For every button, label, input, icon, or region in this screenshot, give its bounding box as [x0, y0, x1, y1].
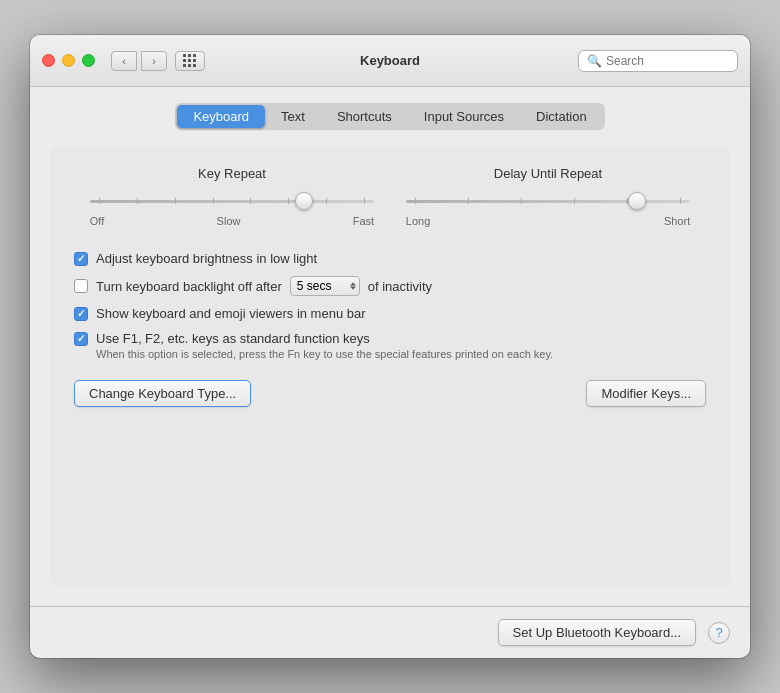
label-backlight-after: of inactivity: [368, 279, 432, 294]
checkboxes-section: Adjust keyboard brightness in low light …: [74, 251, 706, 360]
nav-buttons: ‹ ›: [111, 51, 167, 71]
key-repeat-label-fast: Fast: [353, 215, 374, 227]
label-backlight-before: Turn keyboard backlight off after: [96, 279, 282, 294]
tab-input-sources[interactable]: Input Sources: [408, 105, 520, 128]
delay-repeat-label-long: Long: [406, 215, 430, 227]
checkbox-row-fn: Use F1, F2, etc. keys as standard functi…: [74, 331, 706, 346]
close-button[interactable]: [42, 54, 55, 67]
bottom-bar: Set Up Bluetooth Keyboard... ?: [30, 607, 750, 658]
checkbox-use-fn-keys[interactable]: [74, 332, 88, 346]
checkbox-adjust-brightness[interactable]: [74, 252, 88, 266]
tabs-container: Keyboard Text Shortcuts Input Sources Di…: [50, 103, 730, 130]
key-repeat-label: Key Repeat: [198, 166, 266, 181]
traffic-lights: [42, 54, 95, 67]
search-icon: 🔍: [587, 54, 602, 68]
grid-icon: [183, 54, 197, 68]
search-bar[interactable]: 🔍: [578, 50, 738, 72]
help-button[interactable]: ?: [708, 622, 730, 644]
setup-bluetooth-button[interactable]: Set Up Bluetooth Keyboard...: [498, 619, 696, 646]
checkbox-row-brightness: Adjust keyboard brightness in low light: [74, 251, 706, 266]
tab-shortcuts[interactable]: Shortcuts: [321, 105, 408, 128]
key-repeat-track-container: [90, 191, 374, 211]
delay-repeat-labels: Long Short: [406, 215, 690, 227]
tab-dictation[interactable]: Dictation: [520, 105, 603, 128]
delay-repeat-track: [406, 200, 690, 203]
checkbox-row-backlight: Turn keyboard backlight off after 5 secs…: [74, 276, 706, 296]
fn-description: When this option is selected, press the …: [96, 348, 706, 360]
minimize-button[interactable]: [62, 54, 75, 67]
checkbox-row-emoji: Show keyboard and emoji viewers in menu …: [74, 306, 706, 321]
key-repeat-labels: Off Slow Fast: [90, 215, 374, 227]
change-keyboard-type-button[interactable]: Change Keyboard Type...: [74, 380, 251, 407]
checkbox-turn-off-backlight[interactable]: [74, 279, 88, 293]
label-emoji-viewer: Show keyboard and emoji viewers in menu …: [96, 306, 366, 321]
sliders-row: Key Repeat Off Slow: [74, 166, 706, 227]
key-repeat-ticks: [90, 198, 374, 204]
checkbox-group-fn: Use F1, F2, etc. keys as standard functi…: [74, 331, 706, 360]
delay-repeat-label-short: Short: [664, 215, 690, 227]
key-repeat-label-slow: Slow: [217, 215, 241, 227]
search-input[interactable]: [606, 54, 729, 68]
key-repeat-group: Key Repeat Off Slow: [90, 166, 374, 227]
label-adjust-brightness: Adjust keyboard brightness in low light: [96, 251, 317, 266]
delay-repeat-ticks: [406, 198, 690, 204]
grid-button[interactable]: [175, 51, 205, 71]
key-repeat-label-off: Off: [90, 215, 104, 227]
forward-button[interactable]: ›: [141, 51, 167, 71]
modifier-keys-button[interactable]: Modifier Keys...: [586, 380, 706, 407]
delay-repeat-group: Delay Until Repeat Long Short: [406, 166, 690, 227]
tab-text[interactable]: Text: [265, 105, 321, 128]
delay-repeat-label: Delay Until Repeat: [494, 166, 602, 181]
tab-bar: Keyboard Text Shortcuts Input Sources Di…: [175, 103, 604, 130]
delay-repeat-track-container: [406, 191, 690, 211]
key-repeat-track: [90, 200, 374, 203]
inactivity-select-wrapper: 5 secs 10 secs 30 secs 1 min 5 min: [290, 276, 360, 296]
inactivity-select[interactable]: 5 secs 10 secs 30 secs 1 min 5 min: [290, 276, 360, 296]
delay-repeat-thumb[interactable]: [628, 192, 646, 210]
window-title: Keyboard: [360, 53, 420, 68]
tab-keyboard[interactable]: Keyboard: [177, 105, 265, 128]
maximize-button[interactable]: [82, 54, 95, 67]
key-repeat-thumb[interactable]: [295, 192, 313, 210]
main-window: ‹ › Keyboard 🔍 Keyboard Text Shortcuts I…: [30, 35, 750, 658]
back-button[interactable]: ‹: [111, 51, 137, 71]
checkbox-show-emoji-viewer[interactable]: [74, 307, 88, 321]
main-panel: Key Repeat Off Slow: [50, 146, 730, 586]
bottom-buttons-inner: Change Keyboard Type... Modifier Keys...: [74, 360, 706, 407]
titlebar: ‹ › Keyboard 🔍: [30, 35, 750, 87]
content-area: Keyboard Text Shortcuts Input Sources Di…: [30, 87, 750, 606]
label-fn-keys: Use F1, F2, etc. keys as standard functi…: [96, 331, 370, 346]
